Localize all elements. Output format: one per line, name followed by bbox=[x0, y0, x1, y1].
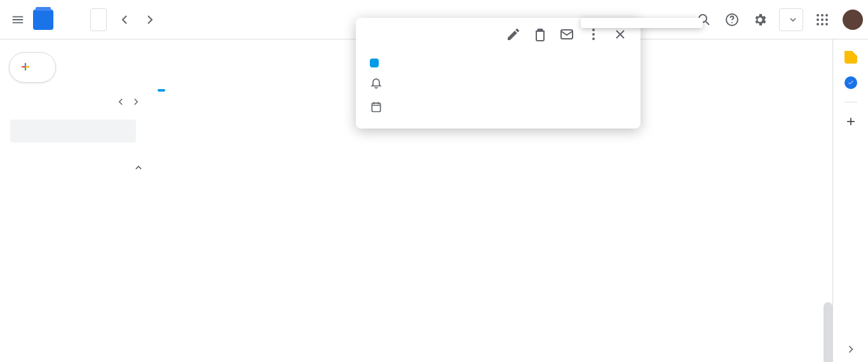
apps-button[interactable] bbox=[810, 7, 835, 32]
email-guests-button[interactable] bbox=[555, 23, 578, 46]
prev-week-button[interactable] bbox=[112, 7, 137, 32]
timezone-label bbox=[158, 39, 198, 89]
chevron-up-icon bbox=[132, 162, 145, 174]
svg-rect-16 bbox=[372, 103, 380, 111]
settings-button[interactable] bbox=[747, 7, 773, 32]
help-button[interactable] bbox=[719, 7, 745, 32]
svg-point-2 bbox=[731, 22, 733, 23]
account-avatar[interactable] bbox=[843, 10, 863, 30]
svg-point-7 bbox=[821, 18, 824, 21]
svg-point-13 bbox=[592, 29, 595, 31]
svg-point-4 bbox=[821, 14, 824, 17]
search-people-input[interactable] bbox=[10, 120, 136, 143]
create-button[interactable] bbox=[9, 52, 56, 83]
keep-icon[interactable] bbox=[844, 51, 857, 64]
add-addon-button[interactable] bbox=[844, 115, 857, 128]
svg-point-10 bbox=[821, 23, 824, 25]
view-select[interactable] bbox=[779, 8, 803, 31]
svg-point-8 bbox=[825, 18, 828, 21]
side-panel bbox=[832, 39, 868, 362]
chevron-down-icon bbox=[790, 17, 796, 23]
tasks-icon[interactable] bbox=[844, 76, 857, 89]
bell-icon bbox=[370, 76, 383, 92]
calendar-event[interactable] bbox=[158, 89, 165, 92]
mini-prev-button[interactable] bbox=[113, 94, 128, 109]
svg-point-9 bbox=[817, 23, 819, 25]
calendar-icon bbox=[370, 101, 383, 116]
sidebar bbox=[0, 39, 158, 362]
main-menu-button[interactable] bbox=[5, 7, 31, 32]
svg-point-6 bbox=[817, 18, 819, 21]
svg-point-5 bbox=[825, 14, 828, 17]
next-week-button[interactable] bbox=[137, 7, 163, 32]
svg-point-15 bbox=[592, 38, 595, 40]
calendar-logo-icon bbox=[33, 10, 53, 30]
delete-event-button[interactable] bbox=[529, 23, 552, 46]
hide-panel-button[interactable] bbox=[844, 343, 857, 358]
plus-icon bbox=[17, 59, 34, 77]
today-button[interactable] bbox=[90, 8, 107, 31]
event-options-menu bbox=[581, 18, 703, 28]
svg-point-3 bbox=[817, 14, 819, 17]
svg-point-11 bbox=[825, 23, 828, 25]
mini-next-button[interactable] bbox=[128, 94, 144, 109]
my-calendars-toggle[interactable] bbox=[10, 158, 145, 178]
calendar-logo bbox=[33, 10, 85, 30]
event-color-dot bbox=[370, 59, 379, 67]
edit-event-button[interactable] bbox=[502, 23, 525, 46]
scrollbar[interactable] bbox=[824, 302, 832, 362]
divider bbox=[844, 102, 857, 102]
event-details-popup bbox=[356, 18, 641, 129]
svg-point-14 bbox=[592, 33, 595, 36]
